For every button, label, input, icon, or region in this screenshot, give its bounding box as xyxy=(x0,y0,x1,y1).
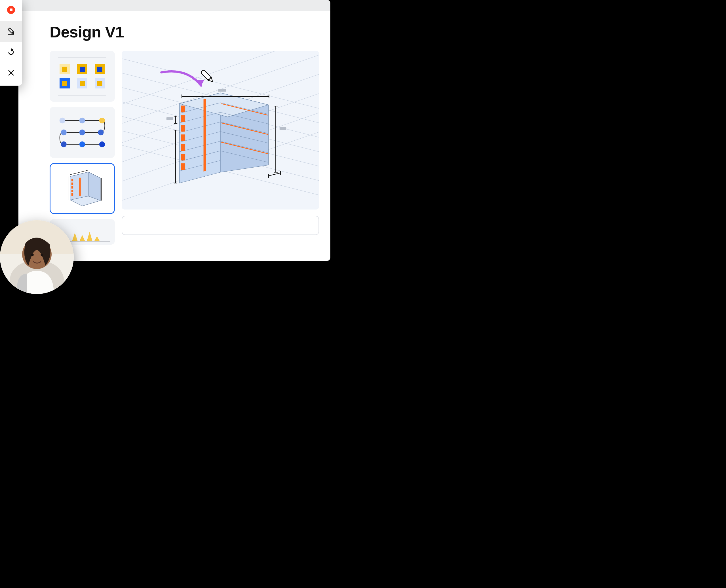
svg-rect-53 xyxy=(181,134,185,141)
thumb-process[interactable] xyxy=(49,107,115,158)
svg-rect-83 xyxy=(9,8,13,11)
thumb-swatches[interactable] xyxy=(49,51,115,102)
svg-rect-17 xyxy=(79,178,81,196)
app-window: Design V1 xyxy=(18,0,330,261)
svg-point-8 xyxy=(99,142,105,147)
design-canvas[interactable] xyxy=(122,51,319,210)
svg-rect-56 xyxy=(181,163,185,170)
svg-rect-54 xyxy=(181,144,185,151)
thumbnail-sidebar xyxy=(49,51,115,245)
svg-rect-14 xyxy=(71,186,73,189)
close-button[interactable] xyxy=(0,63,22,84)
svg-point-95 xyxy=(41,254,43,256)
svg-line-67 xyxy=(269,173,281,176)
svg-rect-57 xyxy=(204,99,206,171)
title-bar xyxy=(18,0,330,11)
svg-rect-50 xyxy=(181,105,185,112)
svg-point-7 xyxy=(79,142,85,147)
svg-point-94 xyxy=(31,254,34,256)
page-title: Design V1 xyxy=(49,23,319,41)
close-icon xyxy=(6,68,16,79)
svg-rect-76 xyxy=(218,89,226,91)
redo-icon xyxy=(6,47,16,58)
annotation-arrow xyxy=(161,71,201,86)
record-icon xyxy=(6,5,16,16)
tool-palette xyxy=(0,0,22,86)
pencil-icon xyxy=(6,26,16,37)
svg-point-5 xyxy=(98,130,104,135)
svg-point-3 xyxy=(61,130,67,135)
svg-rect-52 xyxy=(181,125,185,131)
svg-point-0 xyxy=(60,118,65,124)
svg-marker-85 xyxy=(12,31,15,34)
svg-rect-13 xyxy=(71,183,73,185)
svg-rect-51 xyxy=(181,115,185,122)
svg-point-4 xyxy=(79,130,85,135)
svg-point-1 xyxy=(79,118,85,124)
svg-rect-12 xyxy=(71,179,73,182)
draw-button[interactable] xyxy=(0,21,22,42)
svg-rect-16 xyxy=(71,193,73,196)
thumb-building[interactable] xyxy=(49,163,115,214)
svg-point-6 xyxy=(61,142,67,147)
svg-rect-55 xyxy=(181,154,185,161)
redo-button[interactable] xyxy=(0,42,22,63)
svg-point-2 xyxy=(99,118,105,124)
svg-rect-15 xyxy=(71,190,73,192)
user-avatar[interactable] xyxy=(0,220,74,294)
svg-rect-78 xyxy=(279,127,286,130)
svg-rect-77 xyxy=(166,117,173,120)
comment-input[interactable] xyxy=(122,216,319,235)
record-button[interactable] xyxy=(0,0,22,21)
svg-marker-11 xyxy=(88,172,100,201)
